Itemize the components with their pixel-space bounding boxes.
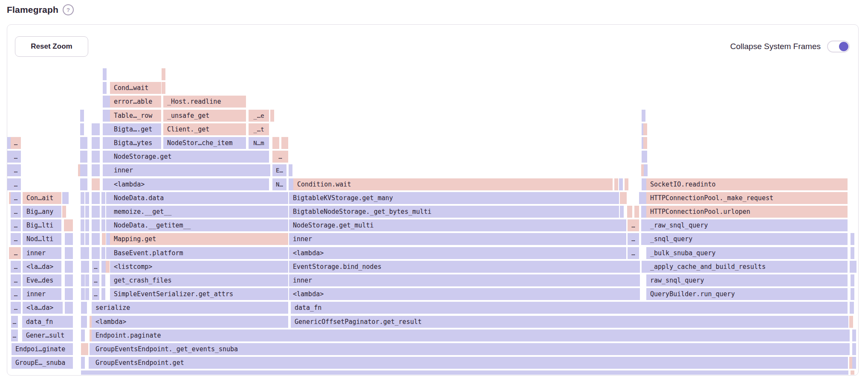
flamegraph-frame[interactable] — [81, 219, 84, 231]
flamegraph-frame[interactable] — [85, 206, 89, 218]
flamegraph-frame[interactable]: raw_snql_query — [646, 274, 848, 286]
flamegraph-frame[interactable]: <listcomp> — [110, 261, 288, 273]
flamegraph-frame[interactable]: _…t — [249, 123, 269, 135]
flamegraph-frame[interactable] — [81, 357, 85, 369]
flamegraph-frame[interactable]: Endpoi…ginate — [12, 343, 73, 355]
flamegraph-frame[interactable] — [851, 370, 854, 375]
flamegraph-frame[interactable] — [851, 233, 854, 245]
flamegraph-frame[interactable]: inner — [289, 274, 640, 286]
flamegraph-frame[interactable]: … — [11, 302, 21, 314]
flamegraph-frame[interactable]: get_crash_files — [110, 274, 288, 286]
flamegraph-frame[interactable] — [281, 137, 288, 149]
flamegraph-frame[interactable] — [852, 329, 856, 341]
flamegraph-frame[interactable]: Mapping.get — [110, 233, 288, 245]
flamegraph-frame[interactable] — [64, 219, 73, 231]
flamegraph-frame[interactable] — [85, 219, 89, 231]
flamegraph-frame[interactable] — [106, 219, 110, 231]
flamegraph-frame[interactable]: Nod…lti — [23, 233, 61, 245]
flamegraph-frame[interactable]: data_fn — [22, 316, 73, 328]
flamegraph-frame[interactable] — [65, 247, 73, 259]
flamegraph-frame[interactable]: NodeData.__getitem__ — [110, 219, 288, 231]
help-icon[interactable]: ? — [63, 4, 74, 15]
flamegraph-frame[interactable]: … — [11, 274, 21, 286]
flamegraph-frame[interactable]: … — [11, 329, 18, 341]
flamegraph-frame[interactable]: Table…_row — [110, 110, 161, 122]
flamegraph-frame[interactable] — [162, 82, 165, 94]
flamegraph-frame[interactable]: Eve…des — [23, 274, 61, 286]
flamegraph-frame[interactable]: SimpleEventSerializer.get_attrs — [110, 288, 288, 300]
flamegraph-frame[interactable] — [92, 247, 100, 259]
flamegraph-frame[interactable] — [103, 110, 107, 122]
flamegraph-frame[interactable]: HTTPConnectionPool._make_request — [646, 192, 848, 204]
flamegraph-frame[interactable] — [81, 288, 85, 300]
flamegraph-frame[interactable]: … — [92, 261, 99, 273]
flamegraph-frame[interactable]: Condition.wait — [293, 178, 613, 190]
flamegraph-frame[interactable] — [92, 151, 100, 163]
flamegraph-frame[interactable] — [852, 357, 856, 369]
flamegraph-frame[interactable] — [65, 261, 73, 273]
flamegraph-frame[interactable]: Endpoint.paginate — [92, 329, 850, 341]
flamegraph-frame[interactable]: memoize.__get__ — [110, 206, 288, 218]
flamegraph-frame[interactable]: … — [11, 233, 21, 245]
flamegraph-frame[interactable] — [101, 192, 105, 204]
flamegraph-frame[interactable]: <lambda> — [92, 316, 288, 328]
flamegraph-frame[interactable] — [85, 233, 89, 245]
flamegraph-frame[interactable]: _…e — [249, 110, 269, 122]
flamegraph-frame[interactable]: … — [11, 137, 21, 149]
flamegraph-frame[interactable] — [106, 233, 110, 245]
flamegraph-frame[interactable] — [85, 288, 89, 300]
flamegraph-frame[interactable] — [103, 96, 107, 108]
flamegraph-frame[interactable] — [623, 192, 627, 204]
flamegraph-frame[interactable] — [92, 219, 100, 231]
flamegraph-frame[interactable]: Bigta…ytes — [110, 137, 161, 149]
flamegraph-frame[interactable] — [81, 233, 84, 245]
flamegraph-frame[interactable] — [106, 192, 110, 204]
flamegraph-frame[interactable]: HTTPConnectionPool.urlopen — [646, 206, 848, 218]
flamegraph-frame[interactable] — [619, 178, 623, 190]
flamegraph-frame[interactable]: E… — [272, 164, 286, 176]
flamegraph-frame[interactable]: serialize — [92, 302, 288, 314]
flamegraph-frame[interactable] — [84, 178, 87, 190]
flamegraph-frame[interactable] — [92, 206, 100, 218]
flamegraph-frame[interactable] — [643, 137, 647, 149]
flamegraph-frame[interactable] — [85, 261, 89, 273]
flamegraph-frame[interactable]: GroupEventsEndpoint.get — [92, 357, 848, 369]
flamegraph-frame[interactable] — [83, 316, 87, 328]
flamegraph-frame[interactable] — [103, 151, 107, 163]
flamegraph-frame[interactable] — [92, 192, 100, 204]
flamegraph-frame[interactable]: _unsafe_get — [163, 110, 246, 122]
flamegraph-frame[interactable] — [642, 110, 645, 122]
flamegraph-frame[interactable] — [851, 247, 854, 259]
flamegraph-frame[interactable]: EventStorage.bind_nodes — [289, 261, 640, 273]
flamegraph-frame[interactable] — [92, 123, 100, 135]
flamegraph-frame[interactable]: … — [11, 206, 21, 218]
flamegraph-frame[interactable] — [103, 82, 107, 94]
flamegraph-frame[interactable]: … — [272, 151, 288, 163]
flamegraph-frame[interactable] — [92, 178, 100, 190]
flamegraph-frame[interactable] — [644, 164, 648, 176]
flamegraph-frame[interactable]: <lambda> — [110, 178, 269, 190]
flamegraph-frame[interactable]: <la…da> — [23, 261, 61, 273]
flamegraph-frame[interactable] — [643, 123, 647, 135]
flamegraph-frame[interactable]: inner — [23, 288, 61, 300]
flamegraph-frame[interactable] — [106, 206, 110, 218]
flamegraph-frame[interactable] — [62, 206, 66, 218]
flamegraph-frame[interactable] — [103, 178, 107, 190]
flamegraph-frame[interactable] — [101, 206, 105, 218]
flamegraph-frame[interactable] — [103, 123, 107, 135]
flamegraph-frame[interactable]: … — [11, 164, 21, 176]
flamegraph-frame[interactable] — [852, 343, 856, 355]
flamegraph-frame[interactable]: inner — [23, 247, 61, 259]
flamegraph-frame[interactable] — [289, 164, 292, 176]
flamegraph-frame[interactable] — [84, 164, 87, 176]
flamegraph-frame[interactable] — [614, 178, 618, 190]
flamegraph-frame[interactable]: … — [628, 219, 639, 231]
flamegraph-frame[interactable] — [65, 233, 73, 245]
flamegraph-frame[interactable] — [162, 68, 165, 80]
flamegraph-frame[interactable] — [92, 137, 100, 149]
flamegraph-frame[interactable] — [627, 206, 632, 218]
flamegraph-frame[interactable] — [851, 274, 854, 286]
flamegraph-frame[interactable]: Big…any — [23, 206, 61, 218]
flamegraph-frame[interactable] — [101, 288, 105, 300]
flamegraph-frame[interactable] — [84, 151, 87, 163]
